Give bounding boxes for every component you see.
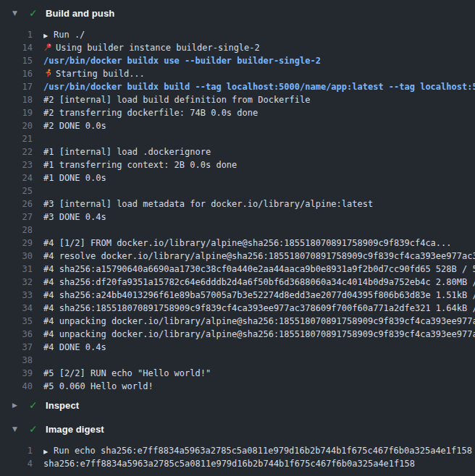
line-number[interactable]: 1 <box>0 444 33 457</box>
line-number[interactable]: 37 <box>0 341 33 354</box>
chevron-down-icon[interactable]: ▼ <box>12 426 19 433</box>
line-number[interactable]: 24 <box>0 171 33 184</box>
log-text: #4 DONE 0.4s <box>43 341 475 354</box>
log-line: 40#5 0.060 Hello world! <box>0 380 475 393</box>
line-number[interactable]: 32 <box>0 276 33 289</box>
expand-group-arrow-icon[interactable]: ▶ <box>43 30 54 42</box>
command-text: /usr/bin/docker buildx build --tag local… <box>43 80 475 93</box>
line-number[interactable]: 21 <box>0 132 33 145</box>
chevron-right-icon[interactable]: ▶ <box>12 402 19 409</box>
log-text: #1 DONE 0.0s <box>43 171 475 184</box>
log-text: #3 [internal] load metadata for docker.i… <box>43 197 475 211</box>
log-text: ▶Run ./ <box>43 28 475 41</box>
line-number[interactable]: 36 <box>0 328 33 341</box>
line-number[interactable]: 31 <box>0 263 33 276</box>
log-text: #4 resolve docker.io/library/alpine@sha2… <box>43 250 475 263</box>
line-number[interactable]: 27 <box>0 211 33 224</box>
expand-group-arrow-icon[interactable]: ▶ <box>43 446 54 458</box>
log-text: #5 [2/2] RUN echo "Hello world!" <box>43 367 475 380</box>
line-number[interactable]: 35 <box>0 315 33 328</box>
log-text <box>43 224 475 237</box>
log-line: 30#4 resolve docker.io/library/alpine@sh… <box>0 250 475 263</box>
section-header-inspect[interactable]: ▶ ✓ Inspect <box>0 395 475 415</box>
log-text: #3 DONE 0.4s <box>43 211 475 224</box>
line-number[interactable]: 40 <box>0 380 33 393</box>
log-text: #4 sha256:185518070891758909c9f839cf4ca3… <box>43 302 475 315</box>
line-number[interactable]: 14 <box>0 41 33 54</box>
line-number[interactable]: 15 <box>0 54 33 67</box>
log-text: #2 [internal] load build definition from… <box>43 93 475 106</box>
line-number[interactable]: 28 <box>0 224 33 237</box>
log-text: Starting build... <box>43 67 475 80</box>
line-number[interactable]: 25 <box>0 184 33 197</box>
chevron-down-icon[interactable]: ▼ <box>12 10 19 17</box>
section-header-image-digest[interactable]: ▼ ✓ Image digest <box>0 419 475 439</box>
log-text: #4 unpacking docker.io/library/alpine@sh… <box>43 315 475 328</box>
log-line: 37#4 DONE 0.4s <box>0 341 475 354</box>
log-lines-image-digest: 1▶Run echo sha256:e7ff8834a5963a2785c5a0… <box>0 444 475 470</box>
log-text: #5 0.060 Hello world! <box>43 380 475 393</box>
log-line: 19#2 transferring dockerfile: 74B 0.0s d… <box>0 106 475 119</box>
success-check-icon: ✓ <box>29 424 40 434</box>
section-header-build-and-push[interactable]: ▼ ✓ Build and push <box>0 3 475 23</box>
section-title: Inspect <box>46 400 79 411</box>
log-text: #2 DONE 0.0s <box>43 119 475 132</box>
line-number[interactable]: 33 <box>0 289 33 302</box>
log-text: #4 unpacking docker.io/library/alpine@sh… <box>43 328 475 341</box>
line-number[interactable]: 18 <box>0 93 33 106</box>
log-text: ▶Run echo sha256:e7ff8834a5963a2785c5a08… <box>43 444 475 457</box>
log-line: 18#2 [internal] load build definition fr… <box>0 93 475 106</box>
log-line: 21 <box>0 132 475 145</box>
line-number[interactable]: 19 <box>0 106 33 119</box>
log-line: 4sha256:e7ff8834a5963a2785c5a0811e979d16… <box>0 457 475 470</box>
log-line: 29#4 [1/2] FROM docker.io/library/alpine… <box>0 237 475 250</box>
log-line: 34#4 sha256:185518070891758909c9f839cf4c… <box>0 302 475 315</box>
log-line: 38 <box>0 354 475 367</box>
command-text: /usr/bin/docker buildx use --builder bui… <box>43 54 475 67</box>
line-number[interactable]: 22 <box>0 145 33 158</box>
log-text: #2 transferring dockerfile: 74B 0.0s don… <box>43 106 475 119</box>
line-number[interactable]: 38 <box>0 354 33 367</box>
log-line: 35#4 unpacking docker.io/library/alpine@… <box>0 315 475 328</box>
log-line: 14Using builder instance builder-single-… <box>0 41 475 54</box>
line-number[interactable]: 39 <box>0 367 33 380</box>
log-line[interactable]: 1▶Run echo sha256:e7ff8834a5963a2785c5a0… <box>0 444 475 457</box>
line-number[interactable]: 16 <box>0 67 33 80</box>
success-check-icon: ✓ <box>29 400 40 410</box>
pin-icon <box>43 42 56 54</box>
section-title: Build and push <box>46 8 114 19</box>
log-text <box>43 184 475 197</box>
line-number[interactable]: 30 <box>0 250 33 263</box>
log-lines-build-and-push: 1▶Run ./14Using builder instance builder… <box>0 28 475 393</box>
log-line: 32#4 sha256:df20fa9351a15782c64e6dddb2d4… <box>0 276 475 289</box>
log-line: 22#1 [internal] load .dockerignore <box>0 145 475 158</box>
log-line: 23#1 transferring context: 2B 0.0s done <box>0 158 475 171</box>
log-text: #4 sha256:a15790640a6690aa1730c38cf0a440… <box>43 263 475 276</box>
line-number[interactable]: 20 <box>0 119 33 132</box>
log-text <box>43 132 475 145</box>
line-number[interactable]: 4 <box>0 457 33 470</box>
log-text: #1 transferring context: 2B 0.0s done <box>43 158 475 171</box>
line-number[interactable]: 34 <box>0 302 33 315</box>
log-text: #4 [1/2] FROM docker.io/library/alpine@s… <box>43 237 475 250</box>
log-line: 20#2 DONE 0.0s <box>0 119 475 132</box>
log-line[interactable]: 1▶Run ./ <box>0 28 475 41</box>
line-number[interactable]: 29 <box>0 237 33 250</box>
log-line: 17/usr/bin/docker buildx build --tag loc… <box>0 80 475 93</box>
section-title: Image digest <box>46 424 104 435</box>
log-line: 31#4 sha256:a15790640a6690aa1730c38cf0a4… <box>0 263 475 276</box>
success-check-icon: ✓ <box>29 8 40 18</box>
log-text: #1 [internal] load .dockerignore <box>43 145 475 158</box>
log-line: 27#3 DONE 0.4s <box>0 211 475 224</box>
log-line: 33#4 sha256:a24bb4013296f61e89ba57005a7b… <box>0 289 475 302</box>
line-number[interactable]: 17 <box>0 80 33 93</box>
log-line: 26#3 [internal] load metadata for docker… <box>0 197 475 211</box>
line-number[interactable]: 1 <box>0 28 33 41</box>
line-number[interactable]: 26 <box>0 197 33 211</box>
log-line: 15/usr/bin/docker buildx use --builder b… <box>0 54 475 67</box>
line-number[interactable]: 23 <box>0 158 33 171</box>
log-text: sha256:e7ff8834a5963a2785c5a0811e979d16b… <box>43 457 475 470</box>
log-text: #4 sha256:df20fa9351a15782c64e6dddb2d4a6… <box>43 276 475 289</box>
log-line: 36#4 unpacking docker.io/library/alpine@… <box>0 328 475 341</box>
log-text: #4 sha256:a24bb4013296f61e89ba57005a7b3e… <box>43 289 475 302</box>
